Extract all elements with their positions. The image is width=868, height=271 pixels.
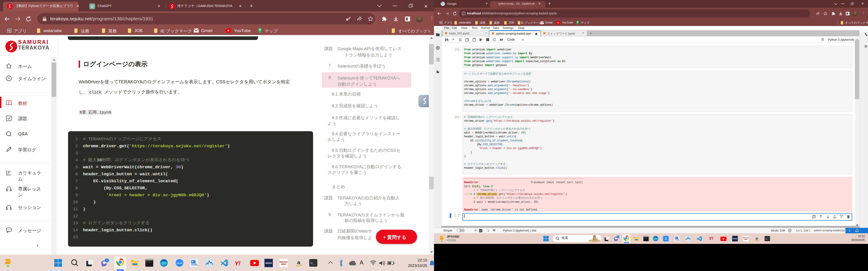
svg-text:S_: S_ (479, 230, 482, 232)
svg-text:Rakuten: Rakuten (280, 261, 288, 263)
svg-text:NIKKEI: NIKKEI (733, 238, 737, 239)
svg-text:C:\>_: C:\>_ (644, 237, 648, 239)
svg-text:1: 1 (106, 259, 107, 262)
svg-text:a: a (297, 259, 301, 265)
svg-text:Z: Z (665, 237, 666, 240)
svg-text:zoom: zoom (177, 262, 183, 265)
svg-text:>_: >_ (765, 238, 768, 240)
svg-text:NIKKEI: NIKKEI (266, 262, 272, 264)
svg-text:>_: >_ (311, 262, 315, 265)
svg-text:C:\>_: C:\>_ (146, 261, 152, 263)
svg-text:Rakuten: Rakuten (743, 237, 749, 238)
svg-text:1: 1 (617, 236, 618, 238)
svg-text:a: a (756, 236, 758, 240)
